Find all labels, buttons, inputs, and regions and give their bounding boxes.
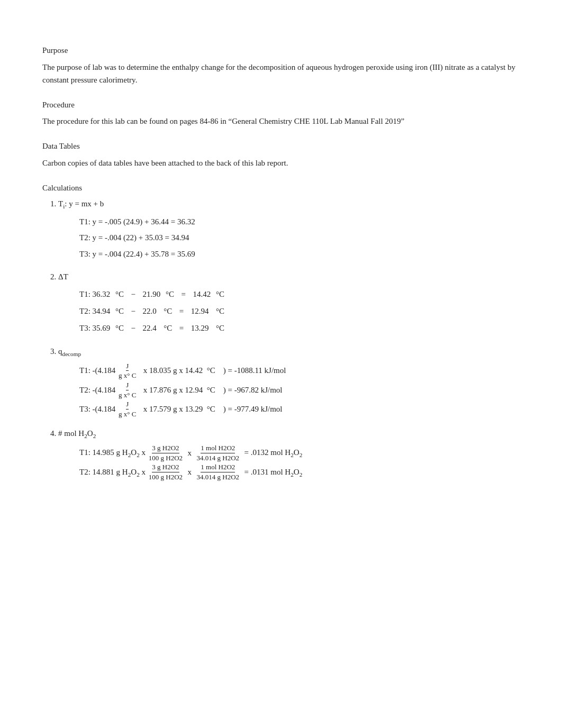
delta-t1-unit2: °C — [164, 286, 174, 302]
q-t3-rest: x 17.579 g x 13.29 °C ) = -977.49 kJ/mol — [137, 402, 282, 416]
calc-item-2-label: ΔT — [58, 271, 520, 283]
q-t3-prefix: T3: -(4.184 — [79, 402, 117, 416]
calc-item-1: Ti: y = mx + b T1: y = -.005 (24.9) + 36… — [58, 198, 520, 261]
mol-row-t2: T2: 14.881 g H2O2 x 3 g H2O2 100 g H2O2 … — [79, 463, 520, 481]
calc-item-4-sub: T1: 14.985 g H2O2 x 3 g H2O2 100 g H2O2 … — [79, 444, 520, 481]
delta-t1-op: − — [127, 286, 139, 302]
procedure-body: The procedure for this lab can be found … — [42, 115, 520, 128]
mol-t2-x: x — [184, 463, 196, 481]
mol-t1-frac1-num: 3 g H2O2 — [152, 444, 179, 453]
q-t3-frac-num: J — [126, 400, 129, 410]
q-t1-prefix: T1: -(4.184 — [79, 363, 117, 378]
calc-item-1-t2: T2: y = -.004 (22) + 35.03 = 34.94 — [79, 230, 520, 245]
q-t2-frac-den: g x° C — [119, 390, 136, 399]
mol-t2-frac1-num: 3 g H2O2 — [152, 463, 179, 472]
purpose-body: The purpose of lab was to determine the … — [42, 61, 520, 86]
data-tables-heading: Data Tables — [42, 140, 520, 152]
delta-t3-unit3: °C — [212, 320, 225, 336]
delta-t1-label: T1: 36.32 — [79, 286, 110, 302]
calc-item-3-sub: T1: -(4.184 J g x° C x 18.035 g x 14.42 … — [79, 362, 520, 418]
delta-t2-op: − — [127, 303, 139, 319]
delta-t1-v2: 21.90 — [143, 286, 161, 302]
calc-item-1-label: Ti: y = mx + b — [58, 198, 520, 211]
mol-t2-frac2: 1 mol H2O2 34.014 g H2O2 — [197, 463, 240, 481]
q-row-t2: T2: -(4.184 J g x° C x 17.876 g x 12.94 … — [79, 381, 520, 399]
mol-t2-prefix: T2: 14.881 g H2O2 x — [79, 463, 148, 481]
mol-t1-frac2-den: 34.014 g H2O2 — [197, 453, 240, 462]
calc-item-1-t1: T1: y = -.005 (24.9) + 36.44 = 36.32 — [79, 214, 520, 230]
delta-t2-unit2: °C — [160, 303, 173, 319]
mol-t1-frac2: 1 mol H2O2 34.014 g H2O2 — [197, 444, 240, 462]
calc-item-3: qdecomp T1: -(4.184 J g x° C x 18.035 g … — [58, 345, 520, 418]
q-t1-frac-den: g x° C — [119, 371, 136, 380]
calculations-list: Ti: y = mx + b T1: y = -.005 (24.9) + 36… — [58, 198, 520, 481]
delta-row-t1: T1: 36.32 °C − 21.90 °C = 14.42 °C — [79, 286, 520, 302]
delta-t1-unit3: °C — [214, 286, 224, 302]
q-t3-fraction: J g x° C — [119, 400, 136, 418]
delta-t3-unit1: °C — [113, 320, 124, 336]
procedure-heading: Procedure — [42, 99, 520, 111]
q-t3-frac-den: g x° C — [119, 410, 136, 418]
q-t2-prefix: T2: -(4.184 — [79, 383, 117, 397]
calc-item-2-sub: T1: 36.32 °C − 21.90 °C = 14.42 °C T2: 3… — [79, 286, 520, 336]
mol-t2-frac2-den: 34.014 g H2O2 — [197, 472, 240, 481]
mol-t2-frac2-num: 1 mol H2O2 — [201, 463, 235, 472]
mol-t1-x: x — [184, 444, 196, 462]
delta-t3-unit2: °C — [160, 320, 173, 336]
calc-item-2: ΔT T1: 36.32 °C − 21.90 °C = 14.42 °C T2… — [58, 271, 520, 336]
delta-row-t2: T2: 34.94 °C − 22.0 °C = 12.94 °C — [79, 303, 520, 319]
mol-t1-frac2-num: 1 mol H2O2 — [201, 444, 235, 453]
delta-t3-op: − — [127, 320, 139, 336]
calc-item-4: # mol H2O2 T1: 14.985 g H2O2 x 3 g H2O2 … — [58, 427, 520, 481]
mol-t1-frac1: 3 g H2O2 100 g H2O2 — [149, 444, 183, 462]
mol-row-t1: T1: 14.985 g H2O2 x 3 g H2O2 100 g H2O2 … — [79, 444, 520, 462]
delta-t3-result: 13.29 — [191, 320, 209, 336]
q-t1-fraction: J g x° C — [119, 362, 136, 380]
delta-t2-result: 12.94 — [191, 303, 209, 319]
data-tables-body: Carbon copies of data tables have been a… — [42, 157, 520, 169]
mol-t1-frac1-den: 100 g H2O2 — [149, 453, 183, 462]
mol-t2-result: = .0131 mol H2O2 — [240, 463, 302, 481]
delta-t2-label: T2: 34.94 — [79, 303, 110, 319]
purpose-heading: Purpose — [42, 44, 520, 57]
calc-item-1-t3: T3: y = -.004 (22.4) + 35.78 = 35.69 — [79, 247, 520, 262]
delta-t3-v2: 22.4 — [143, 320, 157, 336]
q-t2-fraction: J g x° C — [119, 381, 136, 399]
delta-row-t3: T3: 35.69 °C − 22.4 °C = 13.29 °C — [79, 320, 520, 336]
delta-t3-label: T3: 35.69 — [79, 320, 110, 336]
mol-t1-prefix: T1: 14.985 g H2O2 x — [79, 444, 148, 462]
delta-t2-v2: 22.0 — [143, 303, 157, 319]
q-row-t1: T1: -(4.184 J g x° C x 18.035 g x 14.42 … — [79, 362, 520, 380]
delta-t2-unit3: °C — [212, 303, 225, 319]
q-t1-frac-num: J — [126, 362, 129, 371]
delta-t1-eq: = — [177, 286, 189, 302]
q-t2-frac-num: J — [126, 381, 129, 390]
q-t1-rest: x 18.035 g x 14.42 °C ) = -1088.11 kJ/mo… — [137, 363, 286, 378]
calc-item-4-label: # mol H2O2 — [58, 427, 520, 441]
mol-t2-frac1-den: 100 g H2O2 — [149, 472, 183, 481]
delta-t2-eq: = — [175, 303, 187, 319]
delta-t3-eq: = — [175, 320, 187, 336]
calculations-heading: Calculations — [42, 182, 520, 194]
q-row-t3: T3: -(4.184 J g x° C x 17.579 g x 13.29 … — [79, 400, 520, 418]
delta-t1-unit1: °C — [113, 286, 124, 302]
delta-t1-result: 14.42 — [193, 286, 211, 302]
mol-t2-frac1: 3 g H2O2 100 g H2O2 — [149, 463, 183, 481]
calc-item-1-sub: T1: y = -.005 (24.9) + 36.44 = 36.32 T2:… — [79, 214, 520, 262]
mol-t1-result: = .0132 mol H2O2 — [240, 444, 302, 462]
delta-t2-unit1: °C — [113, 303, 124, 319]
q-t2-rest: x 17.876 g x 12.94 °C ) = -967.82 kJ/mol — [137, 383, 282, 397]
calc-item-3-label: qdecomp — [58, 345, 520, 359]
